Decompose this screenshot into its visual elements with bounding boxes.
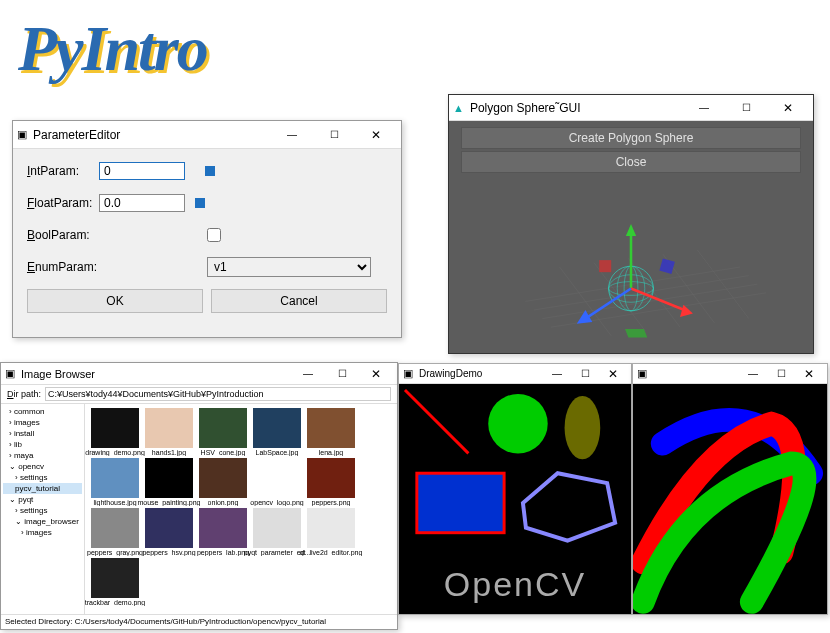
float-slider-handle[interactable]	[195, 198, 205, 208]
thumbnail[interactable]: LabSpace.jpg	[251, 408, 303, 456]
thumbnail[interactable]: hands1.jpg	[143, 408, 195, 456]
svg-marker-27	[523, 473, 615, 540]
svg-rect-20	[599, 260, 611, 272]
thumbnail[interactable]: lena.jpg	[305, 408, 357, 456]
enum-param-select[interactable]: v1	[207, 257, 371, 277]
float-param-input[interactable]	[99, 194, 185, 212]
tree-item-selected[interactable]: pycv_tutorial	[3, 483, 82, 494]
polygon-sphere-window: ▲ Polygon Sphere˜GUI Create Polygon Sphe…	[448, 94, 814, 354]
thumbnail[interactable]: pyqt_parameter_ed...	[251, 508, 303, 556]
window-buttons	[271, 122, 397, 148]
titlebar[interactable]: ▲ Polygon Sphere˜GUI	[449, 95, 813, 121]
tree-item[interactable]: › lib	[3, 439, 82, 450]
window-buttons	[683, 95, 809, 121]
thumbnail[interactable]: mouse_painting.png	[143, 458, 195, 506]
drawing-canvas: OpenCV	[399, 384, 631, 614]
painting-window: ▣	[632, 363, 828, 615]
button-row: OK Cancel	[27, 289, 387, 313]
maximize-button[interactable]	[325, 364, 359, 384]
thumbnail[interactable]: trackbar_demo.png	[89, 558, 141, 606]
thumbnail[interactable]: opencv_logo.png	[251, 458, 303, 506]
tree-item[interactable]: ⌄ pyqt	[3, 494, 82, 505]
close-button[interactable]	[767, 95, 809, 121]
int-param-input[interactable]	[99, 162, 185, 180]
thumbnail[interactable]: peppers_lab.png	[197, 508, 249, 556]
thumbnail[interactable]: HSV_cone.jpg	[197, 408, 249, 456]
image-browser-window: ▣ Image Browser Dir path: › common › ima…	[0, 362, 398, 630]
svg-rect-26	[417, 473, 504, 532]
statusbar: Selected Directory: C:/Users/tody4/Docum…	[1, 614, 397, 628]
window-title: DrawingDemo	[419, 368, 543, 379]
logo: PyIntro	[18, 12, 207, 86]
viewport-3d[interactable]	[449, 181, 813, 353]
minimize-button[interactable]	[683, 95, 725, 121]
thumbnail[interactable]: peppers_hsv.png	[143, 508, 195, 556]
thumbnail[interactable]: qt_live2d_editor.png	[305, 508, 357, 556]
titlebar[interactable]: ▣	[633, 364, 827, 384]
enum-param-row: EnumParam: v1	[27, 257, 387, 277]
maya-icon: ▲	[453, 102, 464, 114]
enum-param-label: EnumParam:	[27, 260, 99, 274]
int-param-label: IntParam:	[27, 164, 99, 178]
int-param-row: IntParam:	[27, 161, 387, 181]
window-title: Image Browser	[21, 368, 291, 380]
maximize-button[interactable]	[571, 365, 599, 383]
close-button[interactable]	[795, 365, 823, 383]
tree-item[interactable]: ⌄ opencv	[3, 461, 82, 472]
svg-line-23	[405, 390, 468, 453]
thumbnail[interactable]: lighthouse.jpg	[89, 458, 141, 506]
dir-path-label: Dir path:	[7, 389, 41, 399]
window-body: IntParam: FloatParam: BoolParam: EnumPar…	[13, 149, 401, 325]
minimize-button[interactable]	[543, 365, 571, 383]
svg-line-3	[525, 267, 740, 301]
window-title: ParameterEditor	[33, 128, 271, 142]
svg-marker-17	[680, 305, 693, 317]
button-panel: Create Polygon Sphere Close	[449, 121, 813, 179]
thumbnail[interactable]: onion.png	[197, 458, 249, 506]
tree-item[interactable]: ⌄ image_browser	[3, 516, 82, 527]
browser-body: › common › images › install › lib › maya…	[1, 404, 397, 614]
maximize-button[interactable]	[767, 365, 795, 383]
titlebar[interactable]: ▣ Image Browser	[1, 363, 397, 385]
titlebar[interactable]: ▣ ParameterEditor	[13, 121, 401, 149]
app-icon: ▣	[403, 367, 413, 380]
int-slider-handle[interactable]	[205, 166, 215, 176]
bool-param-checkbox[interactable]	[207, 228, 221, 242]
cancel-button[interactable]: Cancel	[211, 289, 387, 313]
painting-canvas[interactable]	[633, 384, 827, 614]
tree-item[interactable]: › settings	[3, 472, 82, 483]
window-title: Polygon Sphere˜GUI	[470, 101, 683, 115]
maximize-button[interactable]	[725, 95, 767, 121]
bool-param-row: BoolParam:	[27, 225, 387, 245]
float-param-row: FloatParam:	[27, 193, 387, 213]
thumbnail[interactable]: peppers_gray.png	[89, 508, 141, 556]
svg-marker-22	[625, 329, 647, 338]
minimize-button[interactable]	[291, 364, 325, 384]
ok-button[interactable]: OK	[27, 289, 203, 313]
close-button[interactable]	[359, 364, 393, 384]
folder-tree[interactable]: › common › images › install › lib › maya…	[1, 404, 85, 614]
thumbnail-grid[interactable]: drawing_demo.pnghands1.jpgHSV_cone.jpgLa…	[85, 404, 397, 614]
minimize-button[interactable]	[271, 122, 313, 148]
close-panel-button[interactable]: Close	[461, 151, 801, 173]
titlebar[interactable]: ▣ DrawingDemo	[399, 364, 631, 384]
maximize-button[interactable]	[313, 122, 355, 148]
tree-item[interactable]: › common	[3, 406, 82, 417]
tree-item[interactable]: › install	[3, 428, 82, 439]
thumbnail[interactable]: peppers.png	[305, 458, 357, 506]
tree-item[interactable]: › images	[3, 417, 82, 428]
create-polygon-sphere-button[interactable]: Create Polygon Sphere	[461, 127, 801, 149]
svg-marker-15	[626, 224, 636, 236]
svg-line-4	[560, 267, 612, 336]
dir-path-input[interactable]	[45, 387, 391, 401]
window-buttons	[739, 365, 823, 383]
tree-item[interactable]: › images	[3, 527, 82, 538]
tree-item[interactable]: › settings	[3, 505, 82, 516]
close-button[interactable]	[599, 365, 627, 383]
tree-item[interactable]: › maya	[3, 450, 82, 461]
window-buttons	[543, 365, 627, 383]
float-param-label: FloatParam:	[27, 196, 99, 210]
minimize-button[interactable]	[739, 365, 767, 383]
close-button[interactable]	[355, 122, 397, 148]
thumbnail[interactable]: drawing_demo.png	[89, 408, 141, 456]
